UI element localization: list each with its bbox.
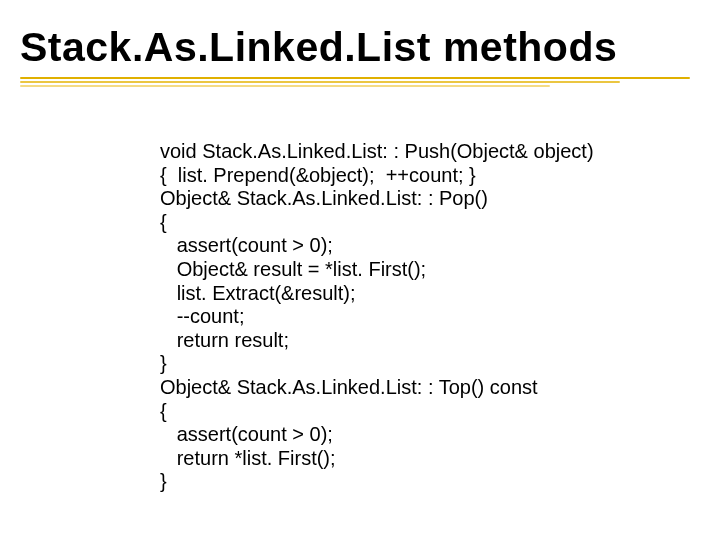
code-line: Object& Stack.As.Linked.List: : Pop() — [160, 187, 488, 209]
code-line: Object& Stack.As.Linked.List: : Top() co… — [160, 376, 538, 398]
slide-title: Stack.As.Linked.List methods — [20, 26, 700, 69]
code-line: { list. Prepend(&object); ++count; } — [160, 164, 476, 186]
rule-line — [20, 77, 690, 79]
code-line: } — [160, 352, 167, 374]
rule-line — [20, 85, 550, 87]
slide: Stack.As.Linked.List methods void Stack.… — [0, 0, 720, 540]
code-line: Object& result = *list. First(); — [160, 258, 426, 280]
code-line: return *list. First(); — [160, 447, 336, 469]
code-line: void Stack.As.Linked.List: : Push(Object… — [160, 140, 594, 162]
code-line: --count; — [160, 305, 244, 327]
rule-line — [20, 81, 620, 83]
code-line: return result; — [160, 329, 289, 351]
code-line: assert(count > 0); — [160, 234, 333, 256]
title-area: Stack.As.Linked.List methods — [20, 26, 700, 85]
code-line: list. Extract(&result); — [160, 282, 356, 304]
code-line: assert(count > 0); — [160, 423, 333, 445]
code-line: } — [160, 470, 167, 492]
code-line: { — [160, 400, 167, 422]
code-line: { — [160, 211, 167, 233]
code-block: void Stack.As.Linked.List: : Push(Object… — [160, 140, 594, 494]
title-underline — [20, 77, 700, 85]
